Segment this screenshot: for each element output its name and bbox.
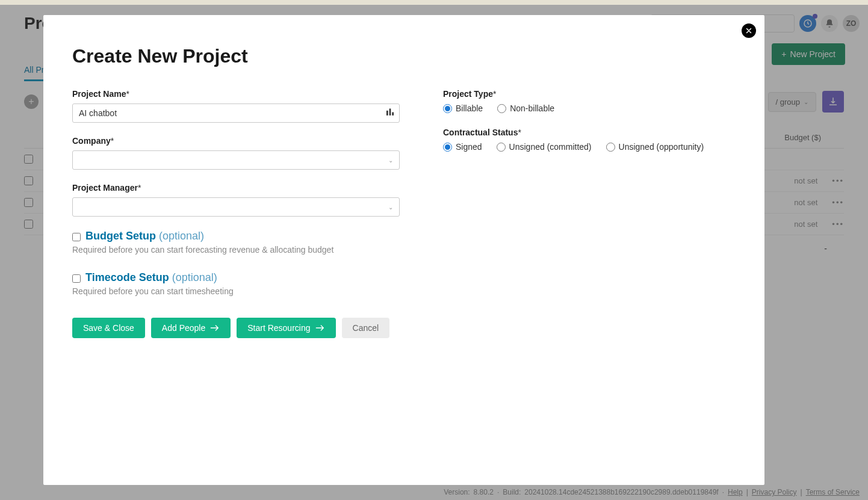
contractual-status-radios: Signed Unsigned (committed) Unsigned (op…: [443, 142, 736, 152]
optional-label: (optional): [159, 230, 204, 242]
type-nonbillable-option[interactable]: Non-billable: [497, 103, 554, 113]
contractual-status-label-text: Contractual Status: [443, 128, 518, 137]
create-project-modal: Create New Project Project Name* Company…: [43, 15, 764, 485]
start-resourcing-button[interactable]: Start Resourcing: [237, 318, 335, 338]
arrow-right-icon: [315, 324, 325, 332]
status-committed-radio[interactable]: [497, 143, 506, 152]
project-type-radios: Billable Non-billable: [443, 103, 736, 113]
modal-left-column: Project Name* Company* ⌄: [72, 89, 400, 338]
optional-label: (optional): [172, 271, 217, 283]
modal-right-column: Project Type* Billable Non-billable Cont…: [443, 89, 736, 338]
project-manager-label: Project Manager*: [72, 183, 400, 193]
close-icon: [745, 27, 752, 34]
type-billable-radio[interactable]: [443, 104, 452, 113]
modal-title: Create New Project: [72, 45, 736, 67]
budget-setup-label-text: Budget Setup: [85, 230, 156, 242]
timecode-setup-checkbox[interactable]: [72, 274, 81, 283]
budget-setup-hint: Required before you can start forecastin…: [72, 245, 400, 255]
project-type-label: Project Type*: [443, 89, 736, 99]
timecode-setup-label-text: Timecode Setup: [85, 271, 169, 283]
project-name-label: Project Name*: [72, 89, 400, 99]
company-label: Company*: [72, 136, 400, 146]
company-select[interactable]: ⌄: [72, 150, 400, 170]
budget-setup-title[interactable]: Budget Setup (optional): [85, 230, 204, 242]
project-name-label-text: Project Name: [72, 89, 126, 99]
type-nonbillable-radio[interactable]: [497, 104, 506, 113]
status-signed-option[interactable]: Signed: [443, 142, 482, 152]
cancel-button[interactable]: Cancel: [342, 318, 390, 338]
required-mark: *: [493, 89, 496, 99]
timecode-setup-section: Timecode Setup (optional) Required befor…: [72, 271, 400, 296]
start-resourcing-label: Start Resourcing: [247, 323, 310, 333]
status-committed-label: Unsigned (committed): [509, 142, 592, 152]
budget-setup-section: Budget Setup (optional) Required before …: [72, 230, 400, 255]
project-manager-label-text: Project Manager: [72, 183, 138, 193]
modal-body: Project Name* Company* ⌄: [72, 89, 736, 338]
project-manager-select[interactable]: ⌄: [72, 197, 400, 217]
company-label-text: Company: [72, 136, 111, 146]
timecode-setup-title[interactable]: Timecode Setup (optional): [85, 271, 217, 284]
status-opportunity-radio[interactable]: [606, 143, 615, 152]
add-people-label: Add People: [162, 323, 205, 333]
type-nonbillable-label: Non-billable: [510, 103, 554, 113]
budget-setup-checkbox[interactable]: [72, 233, 81, 241]
browser-top-band: [0, 0, 868, 5]
chevron-down-icon: ⌄: [388, 204, 393, 211]
required-mark: *: [138, 183, 141, 193]
cancel-label: Cancel: [353, 323, 379, 333]
close-button[interactable]: [742, 23, 756, 38]
status-committed-option[interactable]: Unsigned (committed): [497, 142, 592, 152]
project-type-field: Project Type* Billable Non-billable: [443, 89, 736, 113]
status-signed-radio[interactable]: [443, 143, 452, 152]
contractual-status-label: Contractual Status*: [443, 128, 736, 137]
project-type-label-text: Project Type: [443, 89, 493, 99]
type-billable-label: Billable: [456, 103, 483, 113]
chevron-down-icon: ⌄: [388, 157, 393, 164]
status-signed-label: Signed: [456, 142, 482, 152]
save-close-label: Save & Close: [83, 323, 134, 333]
project-name-field: Project Name*: [72, 89, 400, 123]
type-billable-option[interactable]: Billable: [443, 103, 483, 113]
save-close-button[interactable]: Save & Close: [72, 318, 145, 338]
modal-actions: Save & Close Add People Start Resourcing…: [72, 318, 400, 338]
project-manager-field: Project Manager* ⌄: [72, 183, 400, 217]
status-opportunity-label: Unsigned (opportunity): [619, 142, 704, 152]
required-mark: *: [126, 89, 129, 99]
status-opportunity-option[interactable]: Unsigned (opportunity): [606, 142, 704, 152]
required-mark: *: [111, 136, 114, 146]
contractual-status-field: Contractual Status* Signed Unsigned (com…: [443, 128, 736, 152]
arrow-right-icon: [210, 324, 220, 332]
required-mark: *: [518, 128, 521, 137]
project-name-input[interactable]: [72, 103, 400, 123]
company-field: Company* ⌄: [72, 136, 400, 170]
timecode-setup-hint: Required before you can start timesheeti…: [72, 286, 400, 296]
add-people-button[interactable]: Add People: [151, 318, 231, 338]
